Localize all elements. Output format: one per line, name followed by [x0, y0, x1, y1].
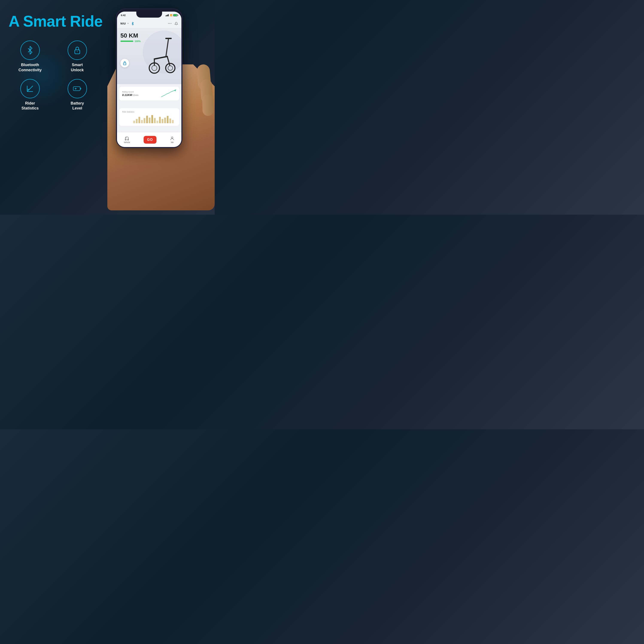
trend-chart	[161, 89, 176, 98]
bluetooth-label: BluetoothConnectivity	[18, 62, 42, 73]
scooter-image	[146, 36, 178, 74]
phone-notch	[136, 12, 162, 18]
feature-smart-unlock: SmartUnlock	[56, 41, 99, 73]
bottom-nav: Vehicle GO Me	[117, 132, 181, 147]
vehicle-area: 50 KM 100%	[117, 28, 181, 84]
headline: A Smart Ride	[9, 13, 112, 30]
battery-icon-circle	[68, 79, 87, 98]
feature-battery: BatteryLevel	[56, 79, 99, 111]
nav-go-button[interactable]: GO	[144, 136, 156, 144]
svg-rect-26	[141, 120, 143, 123]
svg-point-19	[168, 66, 173, 70]
svg-point-41	[172, 137, 173, 138]
battery-bar-container: 100%	[120, 40, 141, 43]
svg-rect-32	[156, 121, 158, 123]
chart-icon	[26, 84, 34, 93]
svg-rect-21	[123, 63, 126, 65]
svg-rect-29	[149, 118, 150, 123]
nav-me-label: Me	[171, 141, 174, 143]
ride-stats-label: Ride Statistics	[122, 111, 176, 113]
battery-icon	[73, 84, 82, 93]
svg-rect-38	[172, 120, 174, 123]
bluetooth-icon-circle	[20, 41, 40, 60]
bluetooth-header-icon	[131, 22, 134, 25]
app-header-right: •••	[168, 22, 178, 25]
svg-rect-34	[162, 119, 163, 123]
bell-icon[interactable]	[175, 22, 178, 25]
battery-bar-fill	[120, 41, 133, 42]
bluetooth-icon	[26, 46, 34, 55]
riding-distance-row: 0.11KM /12min	[122, 93, 138, 97]
phone-screen: 6:42 📶 N	[117, 12, 181, 147]
smart-unlock-label: SmartUnlock	[71, 62, 84, 73]
svg-point-17	[152, 65, 157, 71]
feature-bluetooth: BluetoothConnectivity	[9, 41, 52, 73]
svg-rect-33	[159, 117, 161, 123]
svg-rect-28	[146, 116, 148, 123]
phone-frame: 6:42 📶 N	[116, 9, 182, 148]
left-panel: A Smart Ride BluetoothConnectivity Smart…	[9, 13, 112, 111]
feature-rider-stats: RiderStatistics	[9, 79, 52, 111]
app-logo: NIU	[120, 22, 126, 25]
signal-bars-icon	[166, 14, 169, 16]
svg-marker-22	[174, 89, 176, 91]
lock-button[interactable]	[120, 59, 129, 67]
lock-icon	[73, 46, 82, 55]
scooter-visual	[145, 32, 179, 74]
stats-bars-container	[122, 115, 176, 123]
status-time: 6:42	[121, 14, 126, 17]
battery-percent: 100%	[135, 40, 141, 43]
svg-rect-27	[144, 118, 145, 123]
ride-stats-card[interactable]: Ride Statistics	[119, 108, 179, 126]
lock-button-icon	[123, 61, 127, 65]
go-label: GO	[147, 138, 153, 142]
chart-icon-circle	[20, 79, 40, 98]
finger-3	[202, 94, 214, 116]
vehicle-info: 50 KM 100%	[120, 33, 141, 43]
svg-rect-36	[167, 116, 169, 123]
rider-stats-label: RiderStatistics	[21, 101, 39, 111]
app-header-left: NIU ▼	[120, 22, 134, 25]
battery-status-icon	[173, 14, 178, 16]
stats-bar-chart	[133, 115, 176, 123]
svg-rect-25	[138, 117, 140, 123]
svg-line-2	[27, 86, 33, 92]
phone-container: 6:42 📶 N	[103, 4, 215, 210]
svg-line-13	[154, 56, 167, 59]
nav-vehicle-label: Vehicle	[124, 141, 130, 143]
svg-rect-23	[133, 121, 135, 123]
svg-rect-35	[164, 118, 166, 123]
nav-me-item[interactable]: Me	[170, 136, 175, 143]
riding-record-card[interactable]: Riding record 0.11KM /12min	[119, 87, 179, 100]
riding-distance: 0.11KM	[122, 93, 132, 97]
battery-label: BatteryLevel	[71, 101, 84, 111]
app-header: NIU ▼ •••	[117, 19, 181, 28]
svg-line-20	[166, 38, 169, 56]
vehicle-nav-icon	[125, 136, 129, 141]
features-grid: BluetoothConnectivity SmartUnlock	[9, 41, 99, 111]
riding-record-label: Riding record	[122, 91, 138, 93]
svg-point-18	[166, 63, 175, 73]
nav-vehicle-item[interactable]: Vehicle	[124, 136, 130, 143]
riding-time: /12min	[132, 94, 138, 96]
me-nav-icon	[170, 136, 175, 141]
svg-rect-31	[154, 118, 156, 123]
status-icons: 📶	[166, 14, 178, 16]
battery-bar	[120, 41, 133, 42]
svg-rect-6	[73, 87, 80, 91]
lock-icon-circle	[68, 41, 87, 60]
svg-rect-24	[136, 119, 138, 123]
dropdown-arrow: ▼	[127, 23, 129, 24]
more-icon[interactable]: •••	[168, 22, 172, 25]
svg-rect-37	[169, 118, 171, 123]
km-display: 50 KM	[120, 33, 141, 39]
riding-record-info: Riding record 0.11KM /12min	[122, 91, 138, 97]
svg-rect-30	[151, 115, 153, 123]
